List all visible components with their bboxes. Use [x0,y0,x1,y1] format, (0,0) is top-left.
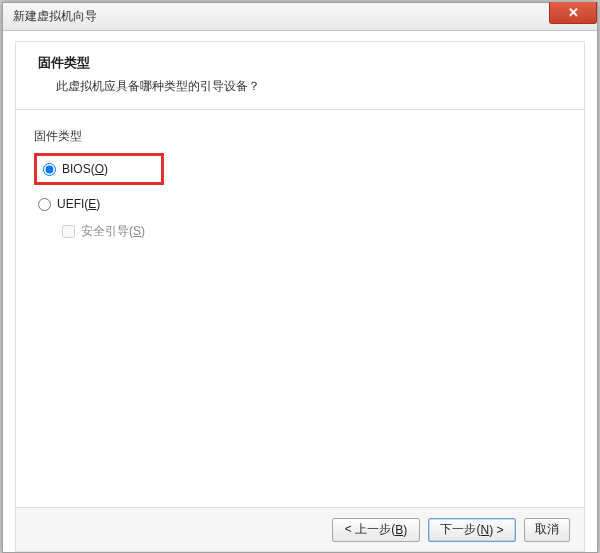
content-outer: 固件类型 此虚拟机应具备哪种类型的引导设备？ 固件类型 BIOS(O) UEFI… [3,31,597,552]
page-subtitle: 此虚拟机应具备哪种类型的引导设备？ [38,78,566,95]
content-panel: 固件类型 此虚拟机应具备哪种类型的引导设备？ 固件类型 BIOS(O) UEFI… [15,41,585,552]
checkbox-secure-boot-label: 安全引导(S) [81,223,145,240]
next-button[interactable]: 下一步(N) > [428,518,516,542]
radio-uefi[interactable] [38,198,51,211]
checkbox-secure-boot-row: 安全引导(S) [34,219,566,244]
highlight-box: BIOS(O) [34,153,164,185]
back-button[interactable]: < 上一步(B) [332,518,420,542]
radio-bios-row[interactable]: BIOS(O) [41,160,157,178]
button-bar: < 上一步(B) 下一步(N) > 取消 [16,507,584,551]
wizard-body: 固件类型 BIOS(O) UEFI(E) 安全引导(S) [16,110,584,507]
page-title: 固件类型 [38,54,566,72]
checkbox-secure-boot [62,225,75,238]
section-label: 固件类型 [34,128,566,145]
window-title: 新建虚拟机向导 [13,8,97,25]
radio-uefi-row[interactable]: UEFI(E) [34,191,566,217]
cancel-button[interactable]: 取消 [524,518,570,542]
titlebar: 新建虚拟机向导 ✕ [3,3,597,31]
close-icon: ✕ [568,5,579,20]
radio-bios-label[interactable]: BIOS(O) [62,162,108,176]
wizard-header: 固件类型 此虚拟机应具备哪种类型的引导设备？ [16,42,584,110]
radio-uefi-label[interactable]: UEFI(E) [57,197,100,211]
wizard-window: 新建虚拟机向导 ✕ 固件类型 此虚拟机应具备哪种类型的引导设备？ 固件类型 BI… [2,2,598,553]
radio-bios[interactable] [43,163,56,176]
close-button[interactable]: ✕ [549,2,597,24]
